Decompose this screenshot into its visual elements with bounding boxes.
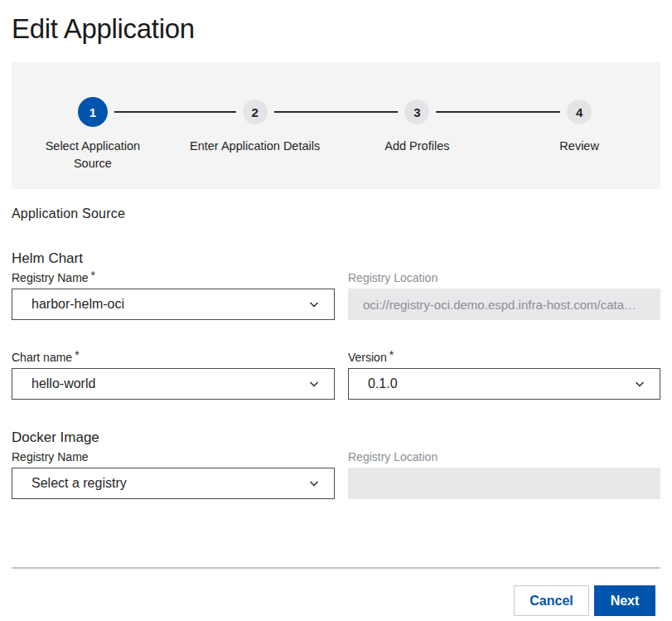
step-track: 3: [336, 97, 499, 127]
docker-image-fields: Registry Name Select a registry Registry…: [12, 446, 660, 499]
helm-chart-fields: Registry Name* harbor-helm-oci Registry …: [12, 267, 660, 400]
edit-application-page: Edit Application 1 Select Application So…: [0, 0, 672, 621]
footer-divider: [12, 567, 660, 569]
cancel-button[interactable]: Cancel: [514, 585, 589, 616]
step-connector: [174, 111, 236, 113]
step-4-circle[interactable]: 4: [567, 99, 592, 124]
step-4-label: Review: [559, 138, 599, 155]
step-connector: [336, 111, 399, 113]
docker-registry-location-input: [348, 468, 660, 499]
step-1-label: Select Application Source: [27, 138, 159, 172]
required-marker: *: [75, 348, 79, 361]
chevron-down-icon: [307, 477, 321, 490]
step-connector: [114, 111, 174, 113]
next-button[interactable]: Next: [594, 585, 655, 616]
helm-registry-location-label: Registry Location: [348, 271, 660, 285]
section-title-application-source: Application Source: [12, 206, 660, 221]
step-2-label: Enter Application Details: [190, 138, 320, 155]
group-title-docker-image: Docker Image: [12, 429, 660, 446]
step-track: 2: [174, 97, 336, 127]
docker-registry-location-field: Registry Location: [348, 450, 660, 499]
step-connector: [436, 111, 498, 113]
chevron-down-icon: [307, 377, 321, 391]
page-title: Edit Application: [12, 0, 660, 45]
step-enter-application-details[interactable]: 2 Enter Application Details: [174, 97, 336, 189]
helm-registry-location-input: [348, 289, 660, 320]
helm-chart-name-field: Chart name* hello-world: [12, 351, 335, 400]
helm-chart-name-label: Chart name*: [12, 351, 335, 365]
helm-registry-name-field: Registry Name* harbor-helm-oci: [12, 271, 335, 320]
required-marker: *: [91, 269, 95, 282]
step-1-circle[interactable]: 1: [78, 97, 108, 127]
helm-registry-name-label: Registry Name*: [12, 271, 335, 285]
wizard-stepper: 1 Select Application Source 2 Enter Appl…: [12, 62, 660, 189]
step-connector: [274, 111, 336, 113]
helm-version-field: Version* 0.1.0: [348, 351, 660, 400]
step-track: 1: [12, 97, 174, 127]
helm-version-label: Version*: [348, 351, 660, 365]
helm-chart-name-select[interactable]: hello-world: [12, 368, 335, 400]
helm-version-select[interactable]: 0.1.0: [348, 368, 660, 400]
step-3-circle[interactable]: 3: [404, 99, 429, 124]
step-track: 4: [498, 97, 660, 127]
step-review[interactable]: 4 Review: [498, 97, 660, 189]
docker-registry-name-value: Select a registry: [31, 476, 127, 491]
docker-registry-location-label: Registry Location: [348, 450, 660, 464]
step-2-circle[interactable]: 2: [243, 99, 268, 124]
step-connector: [498, 111, 560, 113]
helm-registry-name-select[interactable]: harbor-helm-oci: [12, 289, 335, 320]
group-title-helm-chart: Helm Chart: [12, 250, 660, 267]
required-marker: *: [389, 348, 394, 361]
helm-version-value: 0.1.0: [368, 376, 398, 391]
footer-actions: Cancel Next: [514, 585, 655, 616]
docker-registry-name-select[interactable]: Select a registry: [12, 468, 335, 499]
helm-registry-location-field: Registry Location: [348, 271, 660, 320]
chevron-down-icon: [307, 298, 321, 311]
helm-chart-name-value: hello-world: [31, 376, 95, 391]
step-add-profiles[interactable]: 3 Add Profiles: [336, 97, 499, 189]
helm-registry-name-value: harbor-helm-oci: [31, 297, 124, 312]
step-select-application-source[interactable]: 1 Select Application Source: [12, 97, 174, 189]
docker-registry-name-label: Registry Name: [12, 450, 335, 464]
step-3-label: Add Profiles: [384, 138, 449, 155]
docker-registry-name-field: Registry Name Select a registry: [12, 450, 335, 499]
chevron-down-icon: [633, 377, 646, 391]
